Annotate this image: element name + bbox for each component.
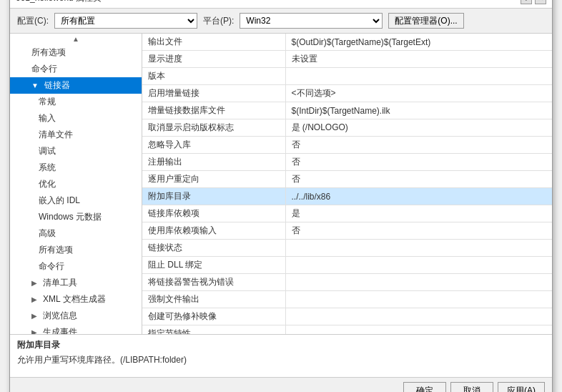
manager-button[interactable]: 配置管理器(O)... [388,13,463,29]
prop-name-1: 显示进度 [142,51,285,68]
tree-item-label-11: 高级 [39,227,56,240]
prop-value-16 [285,308,552,325]
tree-item-label-1: 命令行 [31,63,57,75]
prop-name-10: 链接库依赖项 [142,205,285,222]
window-title: 001_helloworld 属性页 [16,0,102,4]
prop-row-6[interactable]: 忽略导入库否 [142,137,552,154]
tree-item-label-0: 所有选项 [31,46,66,59]
tree-item-label-16: 浏览信息 [43,310,77,322]
prop-row-8[interactable]: 逐用户重定向否 [142,171,552,188]
prop-row-5[interactable]: 取消显示启动版权标志是 (/NOLOGO) [142,119,552,137]
prop-name-7: 注册输出 [142,154,285,171]
tree-item-12[interactable]: 所有选项 [10,242,142,258]
prop-name-4: 增量链接数据库文件 [142,102,285,119]
prop-row-10[interactable]: 链接库依赖项是 [142,205,552,222]
prop-value-6: 否 [285,137,552,154]
tree-item-label-6: 调试 [39,145,56,157]
prop-row-0[interactable]: 输出文件$(OutDir)$(TargetName)$(TargetExt) [142,34,552,51]
prop-name-17: 指定节特性 [142,325,285,335]
platform-select[interactable]: Win32 [240,13,383,29]
tree-arrow-14: ▶ [31,279,37,287]
prop-value-7: 否 [285,154,552,171]
prop-row-14[interactable]: 将链接器警告视为错误 [142,274,552,291]
tree-item-6[interactable]: 调试 [10,143,142,160]
prop-value-14 [285,274,552,291]
config-select[interactable]: 所有配置 [54,13,197,29]
tree-item-label-2: 链接器 [44,79,70,92]
tree-item-3[interactable]: 常规 [10,94,142,110]
prop-row-9[interactable]: 附加库目录../../lib/x86 [142,188,552,205]
prop-row-17[interactable]: 指定节特性 [142,325,552,335]
description-area: 附加库目录 允许用户重写环境库路径。(/LIBPATH:folder) [10,334,552,377]
desc-title: 附加库目录 [17,339,545,351]
tree-item-label-9: 嵌入的 IDL [39,195,80,207]
cancel-button[interactable]: 取消 [450,382,493,392]
prop-row-4[interactable]: 增量链接数据库文件$(IntDir)$(TargetName).ilk [142,102,552,119]
tree-item-8[interactable]: 优化 [10,176,142,192]
tree-item-5[interactable]: 清单文件 [10,127,142,143]
tree-item-0[interactable]: 所有选项 [10,44,142,61]
config-label: 配置(C): [17,15,49,27]
content-area: ▲ 所有选项命令行▼链接器常规输入清单文件调试系统优化嵌入的 IDLWindow… [10,34,552,334]
tree-item-4[interactable]: 输入 [10,110,142,127]
ok-button[interactable]: 确定 [403,382,446,392]
title-controls: ? ✕ [521,0,546,4]
prop-row-3[interactable]: 启用增量链接<不同选项> [142,85,552,102]
prop-name-15: 强制文件输出 [142,291,285,308]
help-button[interactable]: ? [521,0,532,4]
prop-name-8: 逐用户重定向 [142,171,285,188]
prop-value-8: 否 [285,171,552,188]
tree-item-9[interactable]: 嵌入的 IDL [10,192,142,209]
desc-text: 允许用户重写环境库路径。(/LIBPATH:folder) [17,354,545,366]
prop-row-2[interactable]: 版本 [142,68,552,85]
prop-value-15 [285,291,552,308]
prop-row-13[interactable]: 阻止 DLL 绑定 [142,257,552,274]
prop-value-10: 是 [285,205,552,222]
prop-value-9: ../../lib/x86 [285,188,552,205]
tree-item-label-17: 生成事件 [43,326,77,334]
tree-item-label-3: 常规 [39,96,56,108]
tree-item-1[interactable]: 命令行 [10,61,142,77]
prop-name-11: 使用库依赖项输入 [142,222,285,240]
prop-row-11[interactable]: 使用库依赖项输入否 [142,222,552,240]
apply-button[interactable]: 应用(A) [498,382,545,392]
prop-value-12 [285,240,552,257]
props-body: 输出文件$(OutDir)$(TargetName)$(TargetExt)显示… [142,34,552,334]
footer: 确定 取消 应用(A) [10,377,552,392]
prop-name-12: 链接状态 [142,240,285,257]
tree-arrow-15: ▶ [31,295,37,303]
prop-value-13 [285,257,552,274]
prop-name-3: 启用增量链接 [142,85,285,102]
prop-value-11: 否 [285,222,552,240]
prop-row-12[interactable]: 链接状态 [142,240,552,257]
tree-item-15[interactable]: ▶XML 文档生成器 [10,291,142,308]
tree-item-2[interactable]: ▼链接器 [10,77,142,94]
tree-arrow-16: ▶ [31,312,37,320]
tree-item-10[interactable]: Windows 元数据 [10,209,142,225]
tree-item-16[interactable]: ▶浏览信息 [10,308,142,324]
scroll-up-arrow[interactable]: ▲ [10,34,142,44]
prop-value-2 [285,68,552,85]
prop-value-0: $(OutDir)$(TargetName)$(TargetExt) [285,34,552,51]
tree-arrow-17: ▶ [31,328,37,334]
prop-name-5: 取消显示启动版权标志 [142,119,285,137]
tree-item-14[interactable]: ▶清单工具 [10,275,142,291]
tree-item-label-8: 优化 [39,178,56,190]
tree-item-11[interactable]: 高级 [10,225,142,242]
prop-row-15[interactable]: 强制文件输出 [142,291,552,308]
prop-value-4: $(IntDir)$(TargetName).ilk [285,102,552,119]
prop-row-7[interactable]: 注册输出否 [142,154,552,171]
properties-panel: 输出文件$(OutDir)$(TargetName)$(TargetExt)显示… [142,34,552,334]
tree-item-label-5: 清单文件 [39,129,73,141]
tree-item-label-13: 命令行 [39,260,64,273]
main-window: 001_helloworld 属性页 ? ✕ 配置(C): 所有配置 平台(P)… [9,0,553,392]
prop-row-16[interactable]: 创建可热修补映像 [142,308,552,325]
close-button[interactable]: ✕ [535,0,546,4]
tree-item-13[interactable]: 命令行 [10,258,142,275]
tree-item-label-10: Windows 元数据 [39,211,102,223]
prop-row-1[interactable]: 显示进度未设置 [142,51,552,68]
prop-name-13: 阻止 DLL 绑定 [142,257,285,274]
tree-item-7[interactable]: 系统 [10,160,142,176]
tree-item-17[interactable]: ▶生成事件 [10,324,142,334]
prop-name-2: 版本 [142,68,285,85]
